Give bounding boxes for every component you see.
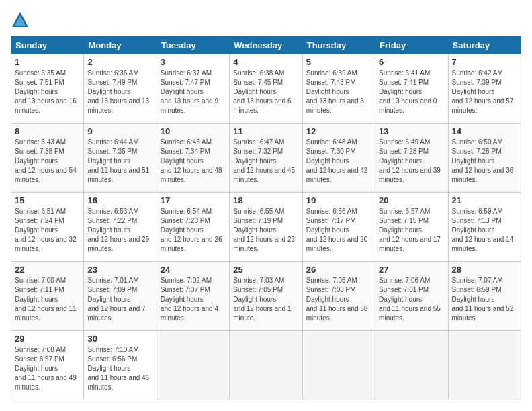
- day-info: Sunrise: 6:53 AM Sunset: 7:22 PM Dayligh…: [87, 207, 152, 254]
- day-info: Sunrise: 6:38 AM Sunset: 7:45 PM Dayligh…: [233, 68, 298, 116]
- day-info: Sunrise: 6:44 AM Sunset: 7:36 PM Dayligh…: [87, 138, 152, 185]
- weekday-header-thursday: Thursday: [302, 37, 375, 54]
- day-cell: 29 Sunrise: 7:08 AM Sunset: 6:57 PM Dayl…: [11, 331, 84, 400]
- day-cell: 19 Sunrise: 6:56 AM Sunset: 7:17 PM Dayl…: [302, 193, 375, 262]
- day-number: 4: [233, 57, 298, 67]
- day-info: Sunrise: 7:01 AM Sunset: 7:09 PM Dayligh…: [87, 276, 152, 323]
- weekday-header-sunday: Sunday: [11, 37, 84, 54]
- day-info: Sunrise: 7:06 AM Sunset: 7:01 PM Dayligh…: [379, 276, 444, 323]
- day-info: Sunrise: 7:03 AM Sunset: 7:05 PM Dayligh…: [233, 276, 298, 323]
- day-cell: 18 Sunrise: 6:55 AM Sunset: 7:19 PM Dayl…: [230, 193, 302, 262]
- logo-icon: [11, 11, 30, 30]
- day-number: 30: [87, 334, 152, 344]
- day-number: 29: [15, 334, 80, 344]
- day-number: 19: [306, 195, 371, 205]
- week-row-3: 15 Sunrise: 6:51 AM Sunset: 7:24 PM Dayl…: [11, 193, 521, 262]
- day-number: 24: [161, 265, 226, 275]
- day-cell: 28 Sunrise: 7:07 AM Sunset: 6:59 PM Dayl…: [448, 262, 521, 331]
- day-cell: 4 Sunrise: 6:38 AM Sunset: 7:45 PM Dayli…: [230, 54, 302, 124]
- day-cell: 9 Sunrise: 6:44 AM Sunset: 7:36 PM Dayli…: [84, 124, 157, 193]
- day-number: 1: [15, 57, 80, 67]
- day-number: 6: [379, 57, 444, 67]
- day-number: 9: [87, 126, 152, 136]
- day-cell: 13 Sunrise: 6:49 AM Sunset: 7:28 PM Dayl…: [375, 124, 448, 193]
- day-info: Sunrise: 6:48 AM Sunset: 7:30 PM Dayligh…: [306, 138, 371, 185]
- day-info: Sunrise: 7:10 AM Sunset: 6:56 PM Dayligh…: [87, 345, 152, 392]
- day-info: Sunrise: 6:55 AM Sunset: 7:19 PM Dayligh…: [233, 207, 298, 254]
- day-cell: [448, 331, 521, 400]
- day-cell: 30 Sunrise: 7:10 AM Sunset: 6:56 PM Dayl…: [84, 331, 157, 400]
- day-cell: 6 Sunrise: 6:41 AM Sunset: 7:41 PM Dayli…: [375, 54, 448, 124]
- day-number: 17: [161, 195, 226, 205]
- day-cell: 12 Sunrise: 6:48 AM Sunset: 7:30 PM Dayl…: [302, 124, 375, 193]
- logo: [11, 11, 32, 30]
- day-info: Sunrise: 6:42 AM Sunset: 7:39 PM Dayligh…: [452, 68, 517, 116]
- day-info: Sunrise: 7:00 AM Sunset: 7:11 PM Dayligh…: [15, 276, 80, 323]
- day-number: 13: [379, 126, 444, 136]
- day-info: Sunrise: 6:49 AM Sunset: 7:28 PM Dayligh…: [379, 138, 444, 185]
- week-row-5: 29 Sunrise: 7:08 AM Sunset: 6:57 PM Dayl…: [11, 331, 521, 400]
- day-number: 15: [15, 195, 80, 205]
- day-info: Sunrise: 6:59 AM Sunset: 7:13 PM Dayligh…: [452, 207, 517, 254]
- day-info: Sunrise: 6:47 AM Sunset: 7:32 PM Dayligh…: [233, 138, 298, 185]
- day-info: Sunrise: 6:50 AM Sunset: 7:26 PM Dayligh…: [452, 138, 517, 185]
- day-info: Sunrise: 6:51 AM Sunset: 7:24 PM Dayligh…: [15, 207, 80, 254]
- week-row-4: 22 Sunrise: 7:00 AM Sunset: 7:11 PM Dayl…: [11, 262, 521, 331]
- day-number: 23: [87, 265, 152, 275]
- day-info: Sunrise: 7:08 AM Sunset: 6:57 PM Dayligh…: [15, 345, 80, 392]
- day-info: Sunrise: 6:57 AM Sunset: 7:15 PM Dayligh…: [379, 207, 444, 254]
- week-row-2: 8 Sunrise: 6:43 AM Sunset: 7:38 PM Dayli…: [11, 124, 521, 193]
- day-number: 27: [379, 265, 444, 275]
- day-cell: [230, 331, 302, 400]
- day-cell: 5 Sunrise: 6:39 AM Sunset: 7:43 PM Dayli…: [302, 54, 375, 124]
- day-cell: 2 Sunrise: 6:36 AM Sunset: 7:49 PM Dayli…: [84, 54, 157, 124]
- day-number: 26: [306, 265, 371, 275]
- day-cell: 22 Sunrise: 7:00 AM Sunset: 7:11 PM Dayl…: [11, 262, 84, 331]
- day-info: Sunrise: 6:36 AM Sunset: 7:49 PM Dayligh…: [87, 68, 152, 116]
- day-number: 20: [379, 195, 444, 205]
- day-info: Sunrise: 6:37 AM Sunset: 7:47 PM Dayligh…: [161, 68, 226, 116]
- header: [11, 11, 521, 30]
- week-row-1: 1 Sunrise: 6:35 AM Sunset: 7:51 PM Dayli…: [11, 54, 521, 124]
- day-number: 5: [306, 57, 371, 67]
- day-number: 12: [306, 126, 371, 136]
- day-number: 25: [233, 265, 298, 275]
- day-cell: 15 Sunrise: 6:51 AM Sunset: 7:24 PM Dayl…: [11, 193, 84, 262]
- day-cell: 21 Sunrise: 6:59 AM Sunset: 7:13 PM Dayl…: [448, 193, 521, 262]
- day-number: 7: [452, 57, 517, 67]
- weekday-header-monday: Monday: [84, 37, 157, 54]
- day-cell: 1 Sunrise: 6:35 AM Sunset: 7:51 PM Dayli…: [11, 54, 84, 124]
- day-info: Sunrise: 7:05 AM Sunset: 7:03 PM Dayligh…: [306, 276, 371, 323]
- day-cell: 26 Sunrise: 7:05 AM Sunset: 7:03 PM Dayl…: [302, 262, 375, 331]
- day-number: 14: [452, 126, 517, 136]
- day-cell: 27 Sunrise: 7:06 AM Sunset: 7:01 PM Dayl…: [375, 262, 448, 331]
- day-info: Sunrise: 6:54 AM Sunset: 7:20 PM Dayligh…: [161, 207, 226, 254]
- day-cell: 14 Sunrise: 6:50 AM Sunset: 7:26 PM Dayl…: [448, 124, 521, 193]
- day-cell: 11 Sunrise: 6:47 AM Sunset: 7:32 PM Dayl…: [230, 124, 302, 193]
- day-number: 10: [161, 126, 226, 136]
- day-number: 21: [452, 195, 517, 205]
- day-number: 11: [233, 126, 298, 136]
- day-number: 3: [161, 57, 226, 67]
- day-cell: 16 Sunrise: 6:53 AM Sunset: 7:22 PM Dayl…: [84, 193, 157, 262]
- day-info: Sunrise: 6:56 AM Sunset: 7:17 PM Dayligh…: [306, 207, 371, 254]
- day-info: Sunrise: 6:35 AM Sunset: 7:51 PM Dayligh…: [15, 68, 80, 116]
- day-cell: [375, 331, 448, 400]
- day-cell: [157, 331, 229, 400]
- day-number: 8: [15, 126, 80, 136]
- day-number: 28: [452, 265, 517, 275]
- day-cell: 10 Sunrise: 6:45 AM Sunset: 7:34 PM Dayl…: [157, 124, 229, 193]
- weekday-header-tuesday: Tuesday: [157, 37, 229, 54]
- weekday-header-friday: Friday: [375, 37, 448, 54]
- day-number: 18: [233, 195, 298, 205]
- day-info: Sunrise: 6:45 AM Sunset: 7:34 PM Dayligh…: [161, 138, 226, 185]
- day-number: 22: [15, 265, 80, 275]
- day-number: 16: [87, 195, 152, 205]
- day-cell: 20 Sunrise: 6:57 AM Sunset: 7:15 PM Dayl…: [375, 193, 448, 262]
- calendar: SundayMondayTuesdayWednesdayThursdayFrid…: [11, 36, 521, 400]
- day-cell: [302, 331, 375, 400]
- day-info: Sunrise: 6:43 AM Sunset: 7:38 PM Dayligh…: [15, 138, 80, 185]
- day-info: Sunrise: 6:41 AM Sunset: 7:41 PM Dayligh…: [379, 68, 444, 116]
- weekday-header-wednesday: Wednesday: [230, 37, 302, 54]
- day-info: Sunrise: 7:07 AM Sunset: 6:59 PM Dayligh…: [452, 276, 517, 323]
